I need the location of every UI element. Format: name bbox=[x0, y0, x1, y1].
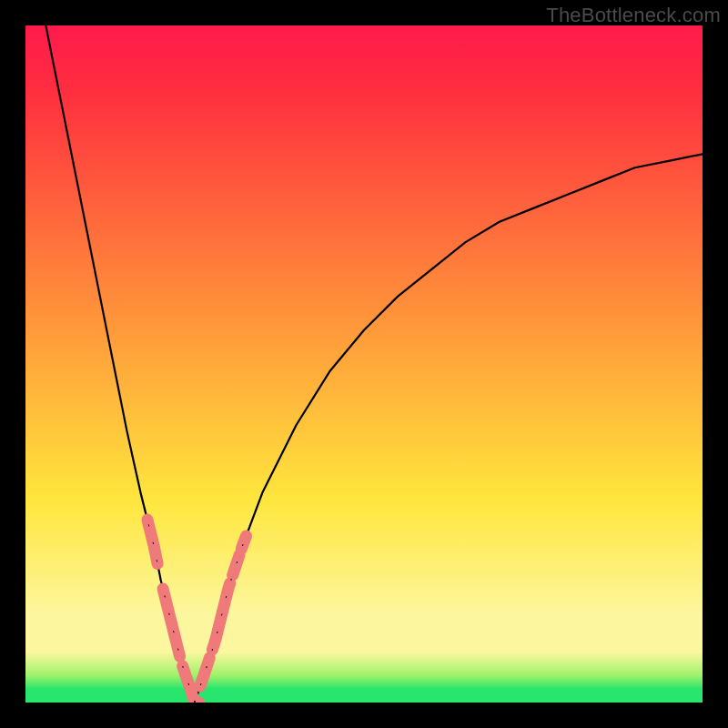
chart-stage: TheBottleneck.com bbox=[0, 0, 728, 728]
plot-area bbox=[25, 25, 703, 703]
bead-right_branch-1 bbox=[212, 583, 229, 650]
curve-right_branch bbox=[195, 154, 703, 703]
watermark-text: TheBottleneck.com bbox=[546, 4, 721, 27]
curve-left_branch bbox=[46, 25, 195, 703]
curve-overlay-right_branch bbox=[195, 154, 703, 703]
bead-group bbox=[46, 25, 703, 703]
curve-overlay-left_branch bbox=[46, 25, 195, 703]
bead-left_branch-2 bbox=[183, 666, 189, 686]
bead-left_branch-1 bbox=[163, 589, 180, 656]
bead-right_branch-2 bbox=[233, 555, 239, 575]
bead-right_branch-0 bbox=[200, 658, 209, 686]
curve-group bbox=[46, 25, 703, 703]
curves-overlay bbox=[25, 25, 703, 703]
bead-right_branch-3 bbox=[241, 536, 246, 549]
